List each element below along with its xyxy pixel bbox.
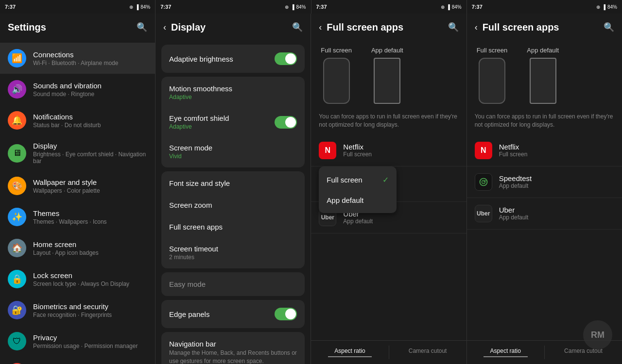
speedtest-item-4[interactable]: Speedtest App default xyxy=(467,166,622,198)
status-bar: 7:37 ⊕ ▐ 84% 7:37 ⊕ ▐ 84% 7:37 ⊕ ▐ 84% 7… xyxy=(0,0,622,14)
status-time-3: 7:37 xyxy=(316,4,327,10)
status-icons-3: ⊕ ▐ 84% xyxy=(441,4,462,10)
netflix-dropdown: Full screen ✓ App default xyxy=(319,166,397,213)
fullscreen-search-icon-4[interactable]: 🔍 xyxy=(604,22,614,33)
status-bar-panel-2: 7:37 ⊕ ▐ 84% xyxy=(156,0,311,14)
tab-aspect-ratio-4[interactable]: Aspect ratio xyxy=(467,346,545,359)
status-bar-panel-3: 7:37 ⊕ ▐ 84% xyxy=(311,0,467,14)
motion-smoothness-title: Motion smoothness xyxy=(169,84,297,93)
preview-appdefault-label-4: App default xyxy=(527,47,559,54)
fullscreen-search-icon-3[interactable]: 🔍 xyxy=(448,22,459,33)
check-icon: ✓ xyxy=(382,175,389,184)
netflix-dropdown-container: Full screen ✓ App default xyxy=(311,166,466,170)
battery-1: 84% xyxy=(140,4,150,10)
sidebar-item-wallpaper[interactable]: 🎨 Wallpaper and style Wallpapers · Color… xyxy=(0,170,155,201)
edge-panels-toggle[interactable] xyxy=(275,308,297,320)
wifi-icon-3: ⊕ xyxy=(441,4,445,10)
tab-camera-cutout-3[interactable]: Camera cutout xyxy=(389,346,466,359)
navigation-bar-item[interactable]: Navigation bar Manage the Home, Back, an… xyxy=(161,333,305,364)
screen-zoom-item[interactable]: Screen zoom xyxy=(161,194,305,216)
edge-panels-item[interactable]: Edge panels xyxy=(161,301,305,327)
sidebar-item-lockscreen[interactable]: 🔒 Lock screen Screen lock type · Always … xyxy=(0,264,155,295)
display-back-icon[interactable]: ‹ xyxy=(163,22,166,33)
preview-appdefault-4: App default xyxy=(527,47,559,104)
sidebar-item-location[interactable]: 📍 Location xyxy=(0,357,155,364)
netflix-icon: N xyxy=(319,142,336,159)
easy-mode-item[interactable]: Easy mode xyxy=(161,273,305,295)
sidebar-item-display[interactable]: 🖥 Display Brightness · Eye comfort shiel… xyxy=(0,136,155,170)
fullscreen-header-4: ‹ Full screen apps 🔍 xyxy=(467,14,622,41)
dropdown-appdefault-label: App default xyxy=(327,196,363,204)
phone-preview-full-4 xyxy=(479,58,505,104)
sidebar-item-notifications[interactable]: 🔔 Notifications Status bar · Do not dist… xyxy=(0,105,155,136)
font-size-item[interactable]: Font size and style xyxy=(161,172,305,194)
display-search-icon[interactable]: 🔍 xyxy=(292,22,303,33)
eye-comfort-toggle[interactable] xyxy=(275,116,297,129)
main-content: Settings 🔍 📶 Connections Wi-Fi · Bluetoo… xyxy=(0,14,622,364)
tab-aspect-ratio-3[interactable]: Aspect ratio xyxy=(311,346,389,359)
netflix-name-4: Netflix xyxy=(499,143,614,151)
screen-mode-item[interactable]: Screen mode Vivid xyxy=(161,137,305,166)
biometrics-title: Biometrics and security xyxy=(33,302,147,311)
fullscreen-back-icon-3[interactable]: ‹ xyxy=(319,22,322,33)
sounds-text: Sounds and vibration Sound mode · Ringto… xyxy=(33,82,147,98)
sounds-icon: 🔊 xyxy=(8,80,26,99)
sidebar-item-sounds[interactable]: 🔊 Sounds and vibration Sound mode · Ring… xyxy=(0,74,155,105)
uber-item-4[interactable]: Uber Uber App default xyxy=(467,198,622,230)
status-time-1: 7:37 xyxy=(5,4,16,10)
uber-status-3: App default xyxy=(343,218,458,225)
sidebar-item-biometrics[interactable]: 🔐 Biometrics and security Face recogniti… xyxy=(0,295,155,326)
display-panel: ‹ Display 🔍 Adaptive brightness xyxy=(156,14,311,364)
wallpaper-subtitle: Wallpapers · Color palette xyxy=(33,187,147,194)
tab-camera-cutout-4[interactable]: Camera cutout xyxy=(545,346,622,359)
biometrics-icon: 🔐 xyxy=(8,301,26,319)
fullscreen-preview-4: Full screen App default xyxy=(467,41,622,110)
uber-icon-4: Uber xyxy=(475,205,492,222)
netflix-item-4[interactable]: N Netflix Full screen xyxy=(467,135,622,166)
dropdown-fullscreen[interactable]: Full screen ✓ xyxy=(319,169,397,190)
settings-panel: Settings 🔍 📶 Connections Wi-Fi · Bluetoo… xyxy=(0,14,156,364)
fullscreen-back-icon-4[interactable]: ‹ xyxy=(475,22,478,33)
sounds-subtitle: Sound mode · Ringtone xyxy=(33,91,147,98)
fullscreen-apps-item[interactable]: Full screen apps xyxy=(161,216,305,238)
homescreen-text: Home screen Layout · App icon badges xyxy=(33,240,147,256)
motion-smoothness-item[interactable]: Motion smoothness Adaptive xyxy=(161,78,305,107)
sidebar-item-themes[interactable]: ✨ Themes Themes · Wallpapers · Icons xyxy=(0,201,155,232)
uber-name-4: Uber xyxy=(499,206,614,214)
preview-appdefault: App default xyxy=(371,47,403,104)
lockscreen-text: Lock screen Screen lock type · Always On… xyxy=(33,271,147,287)
sidebar-item-connections[interactable]: 📶 Connections Wi-Fi · Bluetooth · Airpla… xyxy=(0,43,155,74)
eye-comfort-item[interactable]: Eye comfort shield Adaptive xyxy=(161,107,305,137)
watermark: RM xyxy=(583,320,612,349)
preview-fullscreen-4: Full screen xyxy=(477,47,508,104)
sidebar-item-homescreen[interactable]: 🏠 Home screen Layout · App icon badges xyxy=(0,232,155,264)
privacy-icon: 🛡 xyxy=(8,332,26,350)
aspect-ratio-label-3: Aspect ratio xyxy=(334,347,365,354)
adaptive-brightness-item[interactable]: Adaptive brightness xyxy=(161,46,305,72)
screen-timeout-item[interactable]: Screen timeout 2 minutes xyxy=(161,238,305,267)
phone-preview-full xyxy=(323,58,350,104)
homescreen-title: Home screen xyxy=(33,240,147,248)
netflix-item[interactable]: N Netflix Full screen xyxy=(311,135,466,166)
app-list-3: N Netflix Full screen Full screen ✓ xyxy=(311,135,466,340)
edge-panels-row: Edge panels xyxy=(169,308,297,320)
dropdown-fullscreen-label: Full screen xyxy=(327,176,362,184)
battery-4: 84% xyxy=(607,4,617,10)
bottom-tabs-3: Aspect ratio Camera cutout xyxy=(311,340,466,364)
settings-title: Settings xyxy=(8,22,133,33)
adaptive-brightness-toggle[interactable] xyxy=(275,52,297,65)
netflix-text: Netflix Full screen xyxy=(343,143,458,158)
dropdown-appdefault[interactable]: App default xyxy=(319,190,397,210)
speedtest-icon-4 xyxy=(475,173,492,191)
fullscreen-desc-4: You can force apps to run in full screen… xyxy=(467,110,622,135)
font-size-title: Font size and style xyxy=(169,179,297,187)
lockscreen-subtitle: Screen lock type · Always On Display xyxy=(33,281,147,287)
status-icons-2: ⊕ ▐ 84% xyxy=(285,4,306,10)
netflix-text-4: Netflix Full screen xyxy=(499,143,614,158)
wifi-icon-2: ⊕ xyxy=(285,4,289,10)
fullscreen-panel-4: ‹ Full screen apps 🔍 Full screen App def… xyxy=(467,14,622,364)
sidebar-item-privacy[interactable]: 🛡 Privacy Permission usage · Permission … xyxy=(0,326,155,357)
settings-search-icon[interactable]: 🔍 xyxy=(137,22,147,33)
status-bar-panel-1: 7:37 ⊕ ▐ 84% xyxy=(0,0,156,14)
signal-icon-2: ▐ xyxy=(291,4,294,10)
